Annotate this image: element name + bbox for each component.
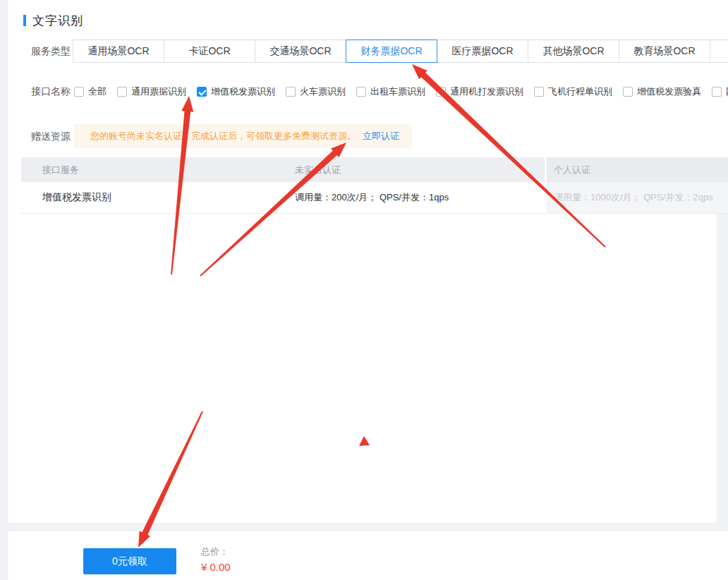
service-type-row: 服务类型： 通用场景OCR 卡证OCR 交通场景OCR 财务票据OCR 医疗票据… [8,40,728,63]
table-row: 增值税发票识别 调用量：200次/月； QPS/并发：1qps 调用量：1000… [21,182,728,214]
content-card: 文字识别 服务类型： 通用场景OCR 卡证OCR 交通场景OCR 财务票据OCR… [8,0,728,523]
checkbox-box-icon [623,87,633,97]
tab-traffic-scene-ocr[interactable]: 交通场景OCR [255,40,346,63]
checkbox-box-icon [436,87,446,97]
table-header-row: 接口服务 未实名认证 个人认证 [21,157,728,182]
col-header-interface-service: 接口服务 [21,157,291,182]
tab-medical-receipt-ocr[interactable]: 医疗票据OCR [437,40,528,63]
checkbox-vat-invoice[interactable]: 增值税发票识别 [197,85,275,98]
checkbox-box-icon [74,87,84,97]
interface-name-label: 接口名称： [31,85,80,98]
tab-other-scene-ocr[interactable]: 其他场景OCR [528,40,619,63]
page-title-text: 文字识别 [32,13,83,29]
bonus-resource-row: 赠送资源： 您的账号尚未实名认证，完成认证后，可领取更多免费测试资源。 立即认证 [8,124,728,148]
interface-name-row: 接口名称： 全部 通用票据识别 增值税发票识别 火车票识别 出租车票识别 [8,82,728,102]
page-title: 文字识别 [23,13,83,28]
title-accent-bar [23,15,26,26]
checkbox-machine-printed-invoice[interactable]: 通用机打发票识别 [436,85,523,98]
interface-checkbox-group: 全部 通用票据识别 增值税发票识别 火车票识别 出租车票识别 通用机打发票识别 [74,82,728,102]
cell-personal-quota: 调用量：1000次/月； QPS/并发：2qps [545,182,728,213]
claim-button[interactable]: 0元领取 [83,548,176,574]
checkbox-train-ticket[interactable]: 火车票识别 [286,85,346,98]
col-header-personal-verified: 个人认证 [545,157,728,182]
col-header-unverified: 未实名认证 [291,157,545,182]
bonus-resource-label: 赠送资源： [31,131,80,143]
footer-bar: 0元领取 总价： ¥ 0.00 [8,531,728,580]
cell-service-name: 增值税发票识别 [21,182,291,213]
verification-notice: 您的账号尚未实名认证，完成认证后，可领取更多免费测试资源。 立即认证 [74,124,412,148]
total-price-block: 总价： ¥ 0.00 [201,545,231,573]
checkbox-flight-itinerary[interactable]: 飞机行程单识别 [534,85,612,98]
checkbox-ride-hailing-itinerary[interactable]: 网约车行程单识别 [712,85,728,98]
page-background-gutter [717,214,728,531]
service-type-tabs: 通用场景OCR 卡证OCR 交通场景OCR 财务票据OCR 医疗票据OCR 其他… [73,40,728,63]
checkbox-box-icon [712,87,722,97]
checkbox-box-icon [356,87,366,97]
checkbox-vat-invoice-verify[interactable]: 增值税发票验真 [623,85,701,98]
checkbox-taxi-receipt[interactable]: 出租车票识别 [356,85,425,98]
checkbox-box-icon [117,87,127,97]
checkbox-all[interactable]: 全部 [74,85,107,98]
checkbox-checked-icon [197,87,207,97]
verify-now-link[interactable]: 立即认证 [363,124,399,148]
cell-unverified-quota: 调用量：200次/月； QPS/并发：1qps [291,182,545,213]
tab-overflow-cut[interactable] [710,40,728,63]
tab-general-scene-ocr[interactable]: 通用场景OCR [73,40,164,63]
tab-education-scene-ocr[interactable]: 教育场景OCR [619,40,710,63]
notice-text: 您的账号尚未实名认证，完成认证后，可领取更多免费测试资源。 [90,124,356,148]
checkbox-box-icon [286,87,296,97]
tab-finance-receipt-ocr[interactable]: 财务票据OCR [346,40,437,63]
checkbox-box-icon [534,87,544,97]
checkbox-general-receipt[interactable]: 通用票据识别 [117,85,186,98]
quota-table: 接口服务 未实名认证 个人认证 增值税发票识别 调用量：200次/月； QPS/… [21,157,728,214]
total-price-label: 总价： [201,545,231,558]
tab-card-ocr[interactable]: 卡证OCR [164,40,255,63]
total-price-value: ¥ 0.00 [201,561,231,573]
